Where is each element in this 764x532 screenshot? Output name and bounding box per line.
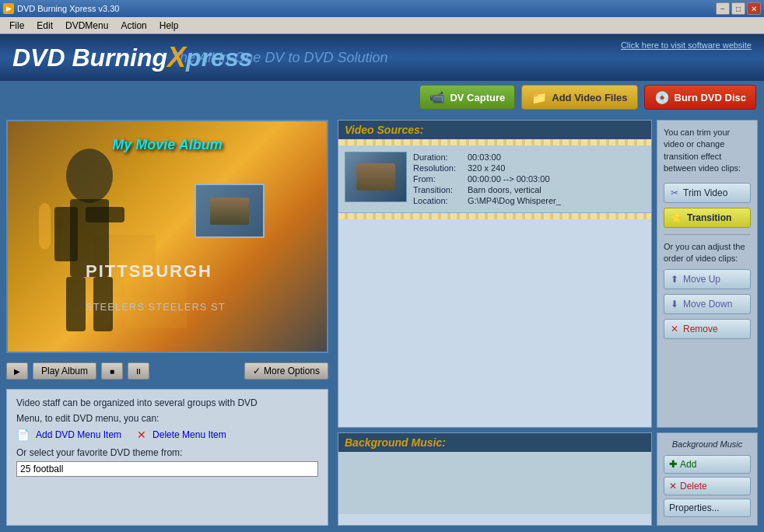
delete-music-button[interactable]: ✕ Delete: [664, 477, 751, 495]
properties-label: Properties...: [669, 502, 720, 513]
close-button[interactable]: ✕: [747, 2, 761, 15]
app-header: DVD Burning X press The All-in-One DV to…: [0, 34, 764, 81]
logo-text-main: DVD Burning: [12, 44, 167, 72]
duration-label: Duration:: [413, 152, 468, 163]
add-music-label: Add: [680, 459, 696, 470]
properties-button[interactable]: Properties...: [664, 499, 751, 517]
burn-dvd-button[interactable]: 💿 Burn DVD Disc: [644, 85, 756, 110]
remove-button[interactable]: ✕ Remove: [664, 319, 751, 339]
svg-rect-7: [66, 277, 86, 331]
svg-rect-9: [39, 203, 51, 250]
controls-panel: You can trim your video or change transi…: [657, 120, 758, 428]
add-video-icon: 📁: [531, 90, 547, 105]
trim-icon: ✂: [671, 187, 678, 198]
title-bar-text: DVD Burning Xpress v3.30: [17, 4, 119, 13]
add-video-button[interactable]: 📁 Add Video Files: [521, 85, 637, 110]
delete-menu-item-link[interactable]: Delete Menu Item: [152, 429, 226, 440]
remove-icon: ✕: [671, 324, 678, 334]
info-panel: Video staff can be organized into severa…: [6, 389, 328, 526]
add-music-icon: ✚: [669, 459, 677, 470]
play-button[interactable]: ▶: [6, 362, 28, 380]
menu-action[interactable]: Action: [114, 19, 152, 33]
theme-label: Or select your favorite DVD theme from: …: [16, 447, 318, 477]
controls-hint-2: Or you can adjust the order of video cli…: [664, 241, 751, 265]
video-item[interactable]: Duration: 00:03:00 Resolution: 320 x 240…: [338, 145, 651, 213]
menu-dvdmenu[interactable]: DVDMenu: [59, 19, 114, 33]
add-music-button[interactable]: ✚ Add: [664, 455, 751, 474]
delete-music-label: Delete: [680, 481, 707, 492]
title-bar: ▶ DVD Burning Xpress v3.30 − □ ✕: [0, 0, 764, 17]
delete-icon: ✕: [137, 429, 146, 441]
menu-bar: File Edit DVDMenu Action Help: [0, 17, 764, 34]
pittsburgh-text: PITTSBURGH: [86, 261, 212, 282]
album-title: My Movie Album: [112, 137, 222, 153]
resolution-label: Resolution:: [413, 163, 468, 173]
transition-icon: ⭐: [671, 212, 682, 223]
burn-dvd-icon: 💿: [654, 90, 670, 105]
transition-button[interactable]: ⭐ Transition: [664, 208, 751, 228]
main-content: My Movie Album PITTSBURGH STEELERS STEEL…: [0, 114, 764, 532]
website-link[interactable]: Click here to visit software website: [621, 40, 752, 50]
video-sources-title: Video Sources:: [338, 121, 651, 139]
move-down-button[interactable]: ⬇ Move Down: [664, 294, 751, 314]
move-up-label: Move Up: [683, 274, 720, 285]
dv-capture-button[interactable]: 📹 DV Capture: [419, 85, 515, 110]
dv-capture-label: DV Capture: [450, 92, 505, 103]
more-options-label: More Options: [264, 366, 320, 376]
move-up-button[interactable]: ⬆ Move Up: [664, 269, 751, 289]
add-menu-item-link[interactable]: Add DVD Menu Item: [36, 429, 121, 440]
move-down-label: Move Down: [683, 299, 732, 310]
transition-label: Transition: [687, 212, 731, 223]
video-list-panel: Video Sources: Duration: 00:03:00: [338, 120, 652, 428]
minimize-button[interactable]: −: [716, 2, 730, 15]
trim-video-button[interactable]: ✂ Trim Video: [664, 183, 751, 203]
trim-label: Trim Video: [683, 187, 727, 198]
stop-button[interactable]: ■: [101, 362, 123, 380]
app-icon: ▶: [3, 3, 14, 14]
more-options-button[interactable]: ✓ More Options: [244, 362, 328, 380]
pause-button[interactable]: ⏸: [128, 362, 149, 380]
move-down-icon: ⬇: [671, 299, 678, 310]
album-preview: My Movie Album PITTSBURGH STEELERS STEEL…: [6, 120, 328, 353]
video-sources-section: Video Sources: Duration: 00:03:00: [338, 120, 758, 428]
remove-label: Remove: [683, 324, 718, 334]
window-controls: − □ ✕: [716, 2, 761, 15]
theme-select[interactable]: 25 football 01 classic 02 modern 03 natu…: [16, 461, 318, 477]
from-value: 00:00:00 --> 00:03:00: [468, 173, 564, 184]
bg-music-area: [338, 452, 651, 514]
play-album-button[interactable]: Play Album: [33, 362, 96, 380]
add-video-label: Add Video Files: [552, 92, 627, 103]
toolbar: 📹 DV Capture 📁 Add Video Files 💿 Burn DV…: [0, 81, 764, 114]
bg-music-controls: Background Music ✚ Add ✕ Delete Properti…: [657, 432, 758, 526]
menu-edit[interactable]: Edit: [30, 19, 59, 33]
add-menu-icon: 📄: [16, 429, 30, 441]
controls-hint-1: You can trim your video or change transi…: [664, 127, 751, 175]
dv-capture-icon: 📹: [429, 90, 445, 105]
svg-rect-6: [86, 207, 124, 222]
add-menu-row: 📄 Add DVD Menu Item ✕ Delete Menu Item: [16, 429, 318, 441]
delete-music-icon: ✕: [669, 481, 677, 492]
theme-label-text: Or select your favorite DVD theme from:: [16, 447, 182, 458]
bg-music-title: Background Music:: [338, 433, 651, 452]
move-up-icon: ⬆: [671, 274, 678, 285]
film-strip-top: [338, 139, 651, 145]
steelers-text: STEELERS STEELERS ST: [86, 301, 226, 313]
transition-label: Transition:: [413, 184, 468, 195]
album-thumbnail: [195, 184, 265, 238]
menu-file[interactable]: File: [3, 19, 30, 33]
maximize-button[interactable]: □: [731, 2, 745, 15]
right-panel: Video Sources: Duration: 00:03:00: [335, 114, 764, 532]
info-desc1: Video staff can be organized into severa…: [16, 397, 318, 408]
controls-divider: [664, 234, 751, 235]
steelers-text-container: STEELERS STEELERS ST: [86, 301, 226, 313]
location-value: G:\MP4\Dog Whisperer_: [468, 195, 564, 206]
video-thumbnail: [345, 152, 407, 202]
playback-controls: ▶ Play Album ■ ⏸ ✓ More Options: [6, 359, 328, 383]
svg-rect-5: [54, 207, 78, 261]
logo-tagline: The All-in-One DV to DVD Solution: [171, 50, 387, 66]
transition-value: Barn doors, vertical: [468, 184, 564, 195]
location-label: Location:: [413, 195, 468, 206]
info-desc2: Menu, to edit DVD menu, you can:: [16, 413, 318, 424]
bg-music-list: Background Music:: [338, 432, 652, 526]
menu-help[interactable]: Help: [153, 19, 185, 33]
